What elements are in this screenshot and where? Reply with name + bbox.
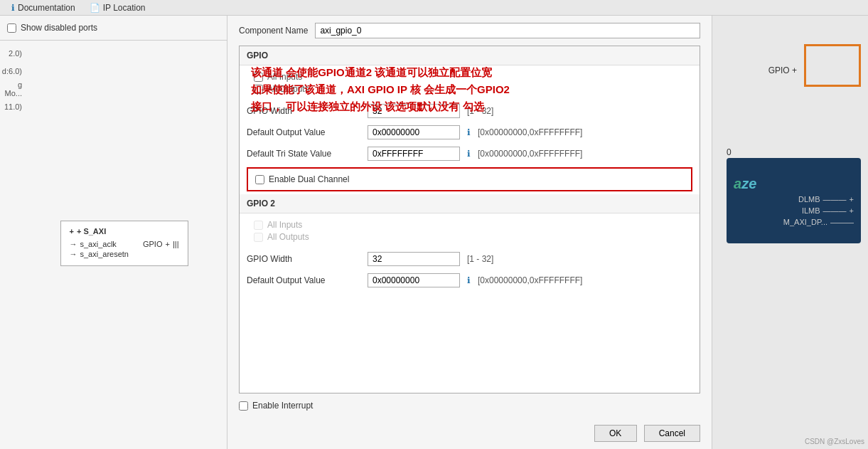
port-arrow-aclk: → [70, 240, 77, 248]
mb-port-dlmb: DLMB ——— + [734, 195, 854, 204]
gpio-width-row: GPIO Width [1 - 32] [240, 100, 700, 122]
enable-interrupt-label: Enable Interrupt [252, 401, 313, 411]
sidebar-num-4: 11.0) [0, 97, 25, 115]
show-disabled-row: Show disabled ports [7, 23, 220, 33]
gpio2-width-range: [1 - 32] [467, 254, 493, 264]
diagram-area: + + S_AXI → s_axi_aclk GPIO + ||| → s_ax… [28, 44, 220, 442]
all-outputs-row: All Outputs [254, 84, 685, 94]
port-aresetn: → s_axi_aresetn [70, 250, 179, 258]
orange-box [804, 44, 861, 87]
port-aclk: → s_axi_aclk GPIO + ||| [70, 240, 179, 248]
mb-ilmb-label: ILMB [802, 206, 820, 215]
left-panel-top: Show disabled ports [0, 16, 227, 41]
port-aresetn-label: s_axi_aresetn [80, 250, 129, 258]
gpio2-all-outputs-checkbox[interactable] [254, 233, 263, 242]
show-disabled-ports-checkbox[interactable] [7, 23, 16, 33]
default-output-info-icon[interactable]: ℹ [467, 127, 471, 137]
gpio-plus-indicator: GPIO + [768, 65, 797, 75]
tab-ip-location[interactable]: 📄 IP Location [84, 1, 151, 14]
annotation-container: All Inputs All Outputs 该通道 会使能GPIO通道2 该通… [240, 65, 700, 100]
mb-dlmb-line: ——— [823, 195, 847, 204]
mb-axi-label: M_AXI_DP... [783, 218, 827, 226]
gpio-label: GPIO [143, 240, 163, 248]
component-name-label: Component Name [239, 26, 308, 36]
port-arrow-aresetn: → [70, 250, 77, 258]
gpio2-default-output-info-icon[interactable]: ℹ [467, 275, 471, 285]
top-tabs-bar: ℹ Documentation 📄 IP Location [0, 0, 868, 16]
gpio-expand-icon: ||| [173, 240, 179, 248]
gpio-width-input[interactable] [368, 104, 460, 118]
config-container: GPIO All Inputs All Outputs [239, 46, 700, 393]
gpio-width-range: [1 - 32] [467, 106, 493, 116]
gpio-plus-label: GPIO + [768, 65, 797, 75]
gpio-plus: + [165, 240, 169, 248]
right-deco-panel: GPIO + 0 aze DLMB ——— + ILMB ——— + M_AXI… [712, 16, 868, 449]
csdn-watermark: CSDN @ZxsLoves [805, 438, 864, 445]
show-disabled-label: Show disabled ports [21, 23, 97, 33]
config-scroll-area[interactable]: GPIO All Inputs All Outputs [240, 46, 700, 393]
mb-port-ilmb: ILMB ——— + [734, 206, 854, 215]
gpio2-all-outputs-row: All Outputs [254, 232, 685, 242]
gpio2-all-inputs-row: All Inputs [254, 220, 685, 230]
gpio2-all-outputs-label: All Outputs [267, 232, 309, 242]
microblaze-label2: ze [741, 176, 756, 191]
microblaze-area: aze DLMB ——— + ILMB ——— + M_AXI_DP... ——… [727, 158, 861, 243]
microblaze-text: aze [734, 176, 854, 192]
all-inputs-checkbox[interactable] [254, 73, 263, 82]
port-aclk-label: s_axi_aclk [80, 240, 117, 248]
mb-ilmb-line: ——— [823, 206, 847, 215]
gpio-width-label: GPIO Width [247, 106, 360, 116]
default-output-input[interactable] [368, 125, 460, 139]
tab-documentation-label: Documentation [18, 3, 75, 13]
default-output-label: Default Output Value [247, 127, 360, 137]
gpio2-default-output-range: [0x00000000,0xFFFFFFFF] [478, 275, 582, 285]
enable-dual-channel-label: Enable Dual Channel [269, 174, 349, 184]
bottom-buttons: OK Cancel [227, 418, 712, 449]
component-box: + + S_AXI → s_axi_aclk GPIO + ||| → s_ax… [60, 221, 188, 266]
tri-state-range: [0x00000000,0xFFFFFFFF] [478, 149, 582, 159]
enable-interrupt-checkbox[interactable] [239, 401, 248, 411]
component-title-text: + S_AXI [77, 227, 106, 236]
gpio2-default-output-input[interactable] [368, 273, 460, 287]
all-outputs-label: All Outputs [267, 84, 309, 94]
gpio2-options: All Inputs All Outputs [240, 213, 700, 248]
tab-documentation[interactable]: ℹ Documentation [6, 1, 81, 14]
default-output-range: [0x00000000,0xFFFFFFFF] [478, 127, 582, 137]
component-title: + + S_AXI [70, 227, 179, 236]
gpio2-width-input[interactable] [368, 252, 460, 266]
gpio-section-header: GPIO [240, 46, 700, 65]
tri-state-row: Default Tri State Value ℹ [0x00000000,0x… [240, 143, 700, 164]
component-name-row: Component Name [227, 16, 712, 46]
component-name-input[interactable] [315, 23, 700, 38]
enable-dual-channel-row: Enable Dual Channel [247, 167, 692, 191]
main-layout: Show disabled ports 2.0) d:6.0) g Mo... … [0, 16, 868, 449]
all-inputs-row: All Inputs [254, 72, 685, 82]
gpio2-default-output-label: Default Output Value [247, 275, 360, 285]
enable-dual-channel-checkbox[interactable] [255, 175, 264, 184]
enable-interrupt-row: Enable Interrupt [227, 393, 712, 418]
ok-button[interactable]: OK [594, 425, 637, 442]
sidebar-numbers: 2.0) d:6.0) g Mo... 11.0) [0, 44, 25, 115]
plus-icon: + [70, 227, 74, 236]
sidebar-num-2: d:6.0) [0, 62, 25, 80]
mb-dlmb-plus: + [850, 195, 854, 204]
right-panel: Component Name GPIO All Inputs [227, 16, 712, 449]
info-icon: ℹ [11, 3, 15, 13]
zero-label: 0 [727, 147, 732, 157]
tri-state-label: Default Tri State Value [247, 149, 360, 159]
gpio2-all-inputs-checkbox[interactable] [254, 221, 263, 230]
sidebar-num-1: 2.0) [0, 44, 25, 62]
mb-dlmb-label: DLMB [798, 195, 820, 204]
left-panel: Show disabled ports 2.0) d:6.0) g Mo... … [0, 16, 227, 449]
tri-state-input[interactable] [368, 147, 460, 161]
gpio-options: All Inputs All Outputs [240, 65, 700, 100]
tab-ip-location-label: IP Location [103, 3, 146, 13]
tri-state-info-icon[interactable]: ℹ [467, 149, 471, 159]
cancel-button[interactable]: Cancel [644, 425, 700, 442]
gpio2-width-label: GPIO Width [247, 254, 360, 264]
all-inputs-label: All Inputs [267, 72, 302, 82]
gpio2-all-inputs-label: All Inputs [267, 220, 302, 230]
gpio2-width-row: GPIO Width [1 - 32] [240, 248, 700, 270]
mb-axi-line: ——— [830, 218, 854, 226]
all-outputs-checkbox[interactable] [254, 85, 263, 94]
